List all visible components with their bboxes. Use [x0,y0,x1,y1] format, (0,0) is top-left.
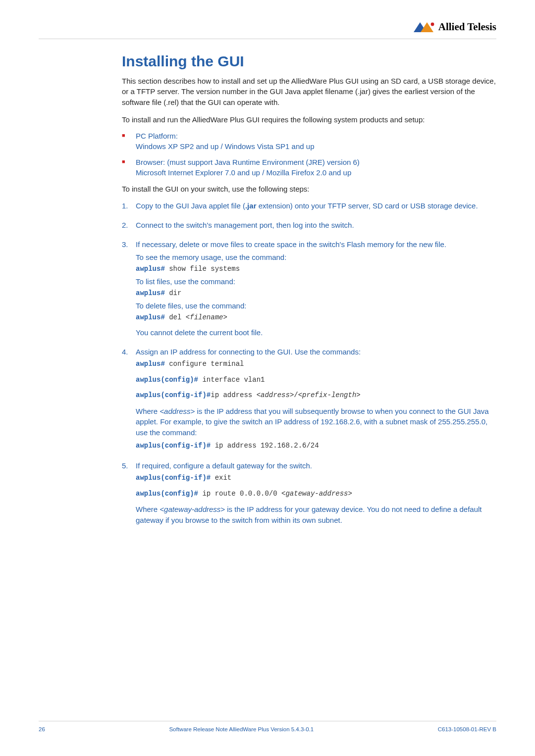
cmd-ital: address [261,391,290,399]
cmd-arg: ip address < [211,391,261,399]
steps-list: Copy to the GUI Java applet file (.jar e… [122,201,496,525]
cmd-line: awplus(config)# ip route 0.0.0.0/0 <gate… [136,489,496,500]
intro-para-1: This section describes how to install an… [122,76,496,107]
logo: Allied Telesis [414,21,496,33]
step-2: Connect to the switch's management port,… [122,220,496,230]
cmd-prompt: awplus# [136,289,165,297]
cmd-line: awplus(config-if)# ip address 192.168.2.… [136,441,496,452]
intro-para-2: To install and run the AlliedWare Plus G… [122,114,496,125]
step-text: Copy to the GUI Java applet file ( [136,202,245,210]
cmd-arg: exit [211,474,231,482]
cmd-ital: filename [190,313,223,321]
cmd-arg: del < [165,313,190,321]
bullet-line: Browser: (must support Java Runtime Envi… [136,158,360,166]
cmd-line: awplus# del <filename> [136,312,496,323]
cmd-arg: interface vlan1 [198,376,265,384]
step-1: Copy to the GUI Java applet file (.jar e… [122,201,496,211]
list-item: PC Platform: Windows XP SP2 and up / Win… [122,131,496,152]
cmd-line: awplus# configure terminal [136,359,496,370]
cmd-arg: ip address 192.168.2.6/24 [211,442,319,450]
cmd-prompt: awplus# [136,313,165,321]
cmd-prompt: awplus(config-if)# [136,442,211,450]
bullet-line: Windows XP SP2 and up / Windows Vista SP… [136,142,314,151]
brand-icon [414,22,435,32]
step-sub: To see the memory usage, use the command… [136,252,496,262]
step-4: Assign an IP address for connecting to t… [122,347,496,452]
cmd-line: awplus# dir [136,288,496,299]
cmd-prompt: awplus(config)# [136,490,198,498]
main-content: Installing the GUI This section describe… [122,53,496,525]
step-text: Assign an IP address for connecting to t… [136,348,361,356]
cmd-prompt: awplus# [136,265,165,273]
cmd-arg: > [348,490,352,498]
step-5: If required, configure a default gateway… [122,460,496,525]
step-text: Connect to the switch's management port,… [136,221,354,229]
cmd-prompt: awplus(config-if)# [136,391,211,399]
cmd-line: awplus# show file systems [136,264,496,275]
step-sub: Where <address> is the IP address that y… [136,406,496,438]
top-divider [39,39,496,39]
step-sub: To list files, use the command: [136,276,496,287]
footer-text: AlliedWare Plus Version 5.4.3-0.1 [229,726,314,732]
cmd-prompt: awplus(config-if)# [136,474,211,482]
italic-text: <gateway-address> [160,505,225,513]
cmd-arg: > [356,391,360,399]
cmd-arg: >/< [290,391,302,399]
step-text: extension) onto your TFTP server, SD car… [256,202,478,210]
steps-intro: To install the GUI on your switch, use t… [122,184,496,194]
bullet-line: PC Platform: [136,132,178,140]
requirements-list: PC Platform: Windows XP SP2 and up / Win… [122,131,496,178]
page-number: 26 [39,726,45,732]
cmd-line: awplus(config)# interface vlan1 [136,375,496,386]
step-sub: Where <gateway-address> is the IP addres… [136,504,496,525]
cmd-arg: show file systems [165,265,240,273]
cmd-prompt: awplus# [136,360,165,368]
cmd-arg: configure terminal [165,360,244,368]
step-sub: To delete files, use the command: [136,301,496,311]
sub-text: Where [136,407,160,415]
cmd-arg: dir [165,289,182,297]
list-item: Browser: (must support Java Runtime Envi… [122,157,496,178]
italic-text: <address> [160,407,195,415]
cmd-arg: > [223,313,227,321]
step-3: If necessary, delete or move files to cr… [122,239,496,338]
cmd-prompt: awplus(config)# [136,376,198,384]
page-footer: 26 Software Release Note AlliedWare Plus… [39,721,496,732]
step-sub: You cannot delete the current boot file. [136,327,496,338]
doc-rev: C613-10508-01-REV B [438,726,496,732]
cmd-line: awplus(config-if)#ip address <address>/<… [136,390,496,401]
footer-text: Software Release Note [169,726,229,732]
brand-text: Allied Telesis [438,21,496,33]
svg-point-2 [430,22,434,26]
step-text: If necessary, delete or move files to cr… [136,240,446,249]
cmd-ital: gateway-address [285,490,348,498]
step-text: If required, configure a default gateway… [136,461,312,470]
bold-ext: .jar [245,202,257,210]
bullet-line: Microsoft Internet Explorer 7.0 and up /… [136,168,351,177]
cmd-ital: prefix-length [302,391,356,399]
page-title: Installing the GUI [122,53,496,70]
cmd-arg: ip route 0.0.0.0/0 < [198,490,285,498]
footer-center: Software Release Note AlliedWare Plus Ve… [169,726,314,732]
cmd-line: awplus(config-if)# exit [136,473,496,484]
sub-text: Where [136,505,160,513]
